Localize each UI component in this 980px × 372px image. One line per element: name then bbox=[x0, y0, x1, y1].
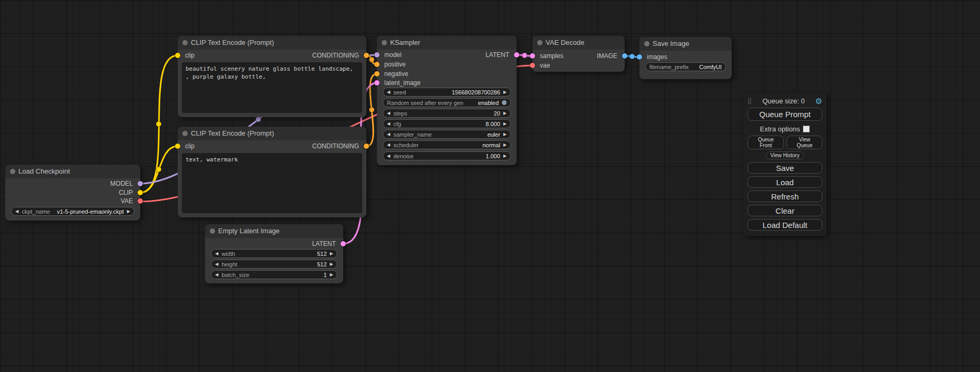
decrement-icon[interactable]: ◀ bbox=[387, 90, 390, 94]
decrement-icon[interactable]: ◀ bbox=[387, 111, 390, 116]
next-option-icon[interactable]: ▶ bbox=[127, 209, 130, 214]
node-ksampler[interactable]: KSampler model positive negative latent_… bbox=[377, 36, 517, 165]
link-midpoint-dot bbox=[156, 121, 161, 127]
output-port-model[interactable] bbox=[138, 181, 143, 186]
clear-button[interactable]: Clear bbox=[748, 205, 822, 216]
increment-icon[interactable]: ▶ bbox=[330, 273, 333, 277]
increment-icon[interactable]: ▶ bbox=[330, 262, 333, 266]
node-collapse-dot[interactable] bbox=[182, 131, 188, 136]
next-option-icon[interactable]: ▶ bbox=[503, 132, 507, 137]
prev-option-icon[interactable]: ◀ bbox=[387, 132, 390, 137]
widget-sampler-name[interactable]: ◀ sampler_name euler ▶ bbox=[383, 130, 511, 139]
widget-label: Random seed after every gen bbox=[387, 100, 463, 106]
widget-batch-size[interactable]: ◀ batch_size 1 ▶ bbox=[211, 270, 337, 279]
refresh-button[interactable]: Refresh bbox=[748, 190, 822, 202]
widget-value: 1.000 bbox=[486, 153, 500, 159]
extra-options-checkbox[interactable] bbox=[803, 126, 810, 132]
decrement-icon[interactable]: ◀ bbox=[215, 262, 218, 266]
input-port-clip[interactable] bbox=[175, 144, 180, 149]
output-port-latent[interactable] bbox=[514, 52, 519, 58]
output-port-conditioning[interactable] bbox=[364, 53, 369, 58]
widget-ckpt-name[interactable]: ◀ ckpt_name v1-5-pruned-emaonly.ckpt ▶ bbox=[11, 207, 134, 216]
view-queue-button[interactable]: View Queue bbox=[787, 136, 822, 149]
prompt-textarea[interactable]: beautiful scenery nature glass bottle la… bbox=[182, 62, 362, 113]
node-load-checkpoint[interactable]: Load Checkpoint MODEL CLIP VAE ◀ ckpt_na… bbox=[5, 165, 140, 221]
input-port-clip[interactable] bbox=[175, 53, 180, 58]
node-title-bar[interactable]: CLIP Text Encode (Prompt) bbox=[178, 36, 366, 50]
node-title-bar[interactable]: KSampler bbox=[377, 36, 517, 50]
node-title-bar[interactable]: Save Image bbox=[639, 37, 732, 51]
increment-icon[interactable]: ▶ bbox=[503, 122, 507, 126]
widget-random-seed-toggle[interactable]: Random seed after every gen enabled bbox=[383, 98, 511, 107]
node-vae-decode[interactable]: VAE Decode samples vae IMAGE bbox=[532, 36, 625, 72]
queue-prompt-button[interactable]: Queue Prompt bbox=[748, 108, 822, 121]
input-label-latent-image: latent_image bbox=[384, 79, 421, 87]
decrement-icon[interactable]: ◀ bbox=[387, 122, 390, 126]
node-collapse-dot[interactable] bbox=[644, 41, 649, 46]
widget-steps[interactable]: ◀ steps 20 ▶ bbox=[383, 109, 511, 118]
node-collapse-dot[interactable] bbox=[10, 169, 15, 174]
prev-option-icon[interactable]: ◀ bbox=[387, 143, 390, 147]
node-graph-canvas[interactable]: CLIP Text Encode (Prompt) clip CONDITION… bbox=[0, 0, 980, 372]
widget-denoise[interactable]: ◀ denoise 1.000 ▶ bbox=[383, 151, 511, 160]
node-title-bar[interactable]: Load Checkpoint bbox=[5, 165, 140, 178]
output-label-model: MODEL bbox=[110, 180, 133, 187]
decrement-icon[interactable]: ◀ bbox=[387, 154, 390, 158]
input-port-positive[interactable] bbox=[374, 62, 380, 67]
prev-option-icon[interactable]: ◀ bbox=[15, 209, 18, 214]
output-port-vae[interactable] bbox=[138, 198, 143, 204]
decrement-icon[interactable]: ◀ bbox=[215, 273, 218, 277]
input-port-negative[interactable] bbox=[374, 71, 380, 77]
widget-width[interactable]: ◀ width 512 ▶ bbox=[211, 249, 337, 258]
toggle-indicator[interactable] bbox=[502, 100, 507, 105]
node-empty-latent-image[interactable]: Empty Latent Image LATENT ◀ width 512 ▶ … bbox=[205, 224, 343, 283]
output-port-image[interactable] bbox=[622, 53, 627, 59]
node-clip-text-encode-positive[interactable]: CLIP Text Encode (Prompt) clip CONDITION… bbox=[178, 36, 366, 117]
load-default-button[interactable]: Load Default bbox=[748, 219, 822, 231]
increment-icon[interactable]: ▶ bbox=[503, 111, 507, 116]
output-port-conditioning[interactable] bbox=[364, 144, 369, 149]
increment-icon[interactable]: ▶ bbox=[503, 90, 507, 94]
input-port-vae[interactable] bbox=[530, 63, 535, 68]
node-title-bar[interactable]: CLIP Text Encode (Prompt) bbox=[178, 127, 366, 140]
widget-value: 20 bbox=[494, 110, 500, 117]
node-title-bar[interactable]: Empty Latent Image bbox=[205, 224, 343, 238]
increment-icon[interactable]: ▶ bbox=[503, 154, 507, 158]
node-title: Empty Latent Image bbox=[218, 224, 279, 238]
node-clip-text-encode-negative[interactable]: CLIP Text Encode (Prompt) clip CONDITION… bbox=[178, 127, 366, 217]
widget-label: width bbox=[221, 251, 235, 257]
settings-gear-icon[interactable]: ⚙ bbox=[816, 97, 822, 105]
save-button[interactable]: Save bbox=[748, 162, 822, 174]
increment-icon[interactable]: ▶ bbox=[330, 252, 333, 256]
prompt-textarea[interactable]: text, watermark bbox=[182, 153, 362, 213]
decrement-icon[interactable]: ◀ bbox=[215, 252, 218, 256]
queue-front-button[interactable]: Queue Front bbox=[748, 136, 784, 149]
node-collapse-dot[interactable] bbox=[210, 228, 215, 234]
next-option-icon[interactable]: ▶ bbox=[503, 143, 507, 147]
input-port-images[interactable] bbox=[637, 54, 642, 60]
node-collapse-dot[interactable] bbox=[182, 40, 188, 45]
widget-filename-prefix[interactable]: filename_prefix ComfyUI bbox=[645, 62, 726, 71]
node-collapse-dot[interactable] bbox=[382, 40, 387, 45]
node-save-image[interactable]: Save Image images filename_prefix ComfyU… bbox=[639, 37, 732, 79]
drag-handle-icon[interactable]: ⣿ bbox=[748, 98, 752, 104]
output-port-latent[interactable] bbox=[341, 241, 346, 246]
input-label-vae: vae bbox=[540, 62, 550, 69]
widget-label: steps bbox=[393, 110, 407, 117]
load-button[interactable]: Load bbox=[748, 176, 822, 188]
queue-panel-header: ⣿ Queue size: 0 ⚙ bbox=[748, 96, 822, 106]
view-history-button[interactable]: View History bbox=[766, 151, 803, 159]
node-title-bar[interactable]: VAE Decode bbox=[532, 36, 625, 50]
link-midpoint-dot bbox=[156, 167, 161, 172]
input-port-model[interactable] bbox=[374, 52, 380, 58]
widget-seed[interactable]: ◀ seed 156680208700286 ▶ bbox=[383, 88, 511, 97]
output-label-image: IMAGE bbox=[597, 52, 617, 60]
widget-height[interactable]: ◀ height 512 ▶ bbox=[211, 260, 337, 269]
widget-cfg[interactable]: ◀ cfg 8.000 ▶ bbox=[383, 119, 511, 128]
node-collapse-dot[interactable] bbox=[537, 40, 542, 45]
widget-label: sampler_name bbox=[393, 131, 432, 138]
input-port-samples[interactable] bbox=[530, 53, 535, 59]
input-port-latent-image[interactable] bbox=[374, 80, 380, 85]
widget-scheduler[interactable]: ◀ scheduler normal ▶ bbox=[383, 140, 511, 149]
output-port-clip[interactable] bbox=[138, 190, 143, 195]
